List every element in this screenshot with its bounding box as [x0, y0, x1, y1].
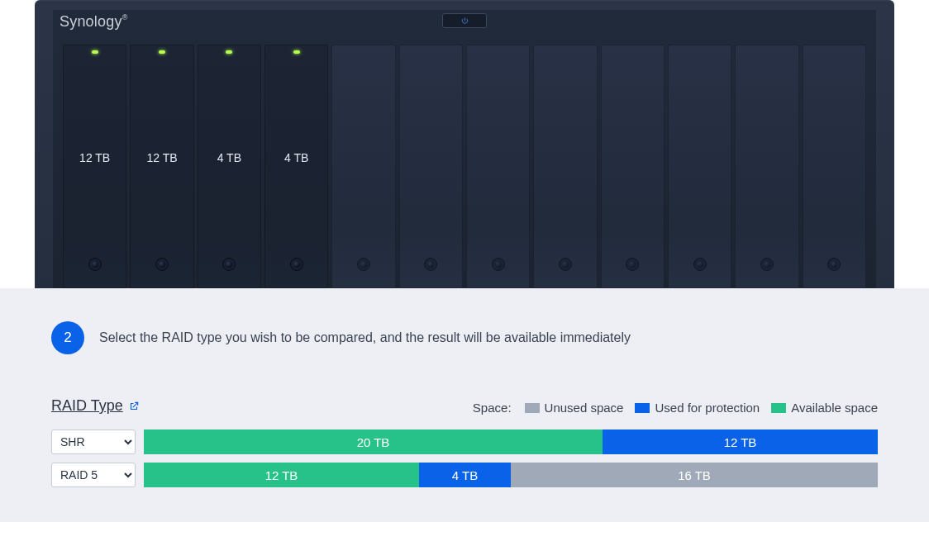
step-number-badge: 2 — [51, 321, 84, 354]
raid-bars: SHRSHR-2RAID 0RAID 1RAID 5RAID 6RAID 10J… — [51, 429, 878, 487]
raid-row-0: SHRSHR-2RAID 0RAID 1RAID 5RAID 6RAID 10J… — [51, 429, 878, 454]
drive-bay-9[interactable] — [601, 45, 665, 288]
swatch-available — [771, 403, 786, 413]
drive-led-icon — [159, 50, 165, 54]
segment-prot: 12 TB — [603, 429, 878, 454]
drive-bay-6[interactable] — [399, 45, 463, 288]
legend-available: Available space — [771, 401, 878, 415]
legend-title: Space: — [473, 401, 512, 415]
step-instruction: Select the RAID type you wish to be comp… — [99, 330, 631, 345]
drive-led-icon — [92, 50, 98, 54]
drive-bay-12[interactable] — [803, 45, 866, 288]
drive-bay-5[interactable] — [331, 45, 395, 288]
drive-bay-11[interactable] — [735, 45, 798, 288]
segment-unused: 16 TB — [511, 463, 878, 487]
segment-avail: 20 TB — [144, 429, 603, 454]
drive-screw-icon — [222, 258, 236, 271]
brand-logo: Synology® — [60, 13, 128, 31]
segment-prot: 4 TB — [419, 463, 511, 487]
drive-screw-icon — [559, 258, 572, 271]
nas-chassis: Synology® 12 TB12 TB4 TB4 TB — [35, 0, 894, 288]
capacity-bar: 20 TB12 TB — [144, 429, 878, 454]
drive-screw-icon — [760, 258, 774, 271]
raid-type-label: RAID Type — [51, 397, 123, 415]
drive-screw-icon — [424, 258, 437, 271]
legend-unused: Unused space — [525, 401, 624, 415]
drive-capacity-label: 12 TB — [131, 151, 193, 164]
power-icon — [460, 17, 469, 26]
drive-screw-icon — [693, 258, 707, 271]
drive-capacity-label: 4 TB — [198, 151, 260, 164]
segment-avail: 12 TB — [144, 463, 419, 487]
swatch-protection — [635, 403, 650, 413]
drive-bay-4[interactable]: 4 TB — [264, 45, 328, 288]
legend-protection: Used for protection — [635, 401, 760, 415]
drive-screw-icon — [290, 258, 303, 271]
raid-panel: 2 Select the RAID type you wish to be co… — [0, 288, 929, 522]
drive-screw-icon — [827, 258, 841, 271]
drive-capacity-label: 12 TB — [64, 151, 126, 164]
drive-led-icon — [293, 50, 300, 54]
step-header: 2 Select the RAID type you wish to be co… — [51, 321, 878, 354]
swatch-unused — [525, 403, 540, 413]
drive-capacity-label: 4 TB — [265, 151, 327, 164]
external-link-icon — [128, 401, 140, 412]
drive-screw-icon — [357, 258, 370, 271]
drive-bay-1[interactable]: 12 TB — [63, 45, 126, 288]
raid-type-link[interactable]: RAID Type — [51, 397, 140, 415]
drive-screw-icon — [626, 258, 639, 271]
power-button[interactable] — [442, 13, 487, 28]
drive-led-icon — [226, 50, 232, 54]
raid-type-row: RAID Type Space: Unused space Used for p… — [51, 397, 878, 415]
space-legend: Space: Unused space Used for protection … — [473, 401, 878, 415]
drive-bay-8[interactable] — [533, 45, 597, 288]
drive-screw-icon — [155, 258, 169, 271]
drive-screw-icon — [492, 258, 505, 271]
drive-screw-icon — [88, 258, 102, 271]
raid-row-1: SHRSHR-2RAID 0RAID 1RAID 5RAID 6RAID 10J… — [51, 463, 878, 487]
drive-bay-10[interactable] — [668, 45, 731, 288]
drive-bays: 12 TB12 TB4 TB4 TB — [53, 10, 876, 288]
capacity-bar: 12 TB4 TB16 TB — [144, 463, 878, 487]
nas-device-area: Synology® 12 TB12 TB4 TB4 TB — [0, 0, 929, 288]
drive-bay-7[interactable] — [466, 45, 530, 288]
drive-bay-2[interactable]: 12 TB — [130, 45, 193, 288]
raid-type-select[interactable]: SHRSHR-2RAID 0RAID 1RAID 5RAID 6RAID 10J… — [51, 429, 136, 454]
raid-type-select[interactable]: SHRSHR-2RAID 0RAID 1RAID 5RAID 6RAID 10J… — [51, 463, 136, 487]
drive-bay-3[interactable]: 4 TB — [198, 45, 261, 288]
